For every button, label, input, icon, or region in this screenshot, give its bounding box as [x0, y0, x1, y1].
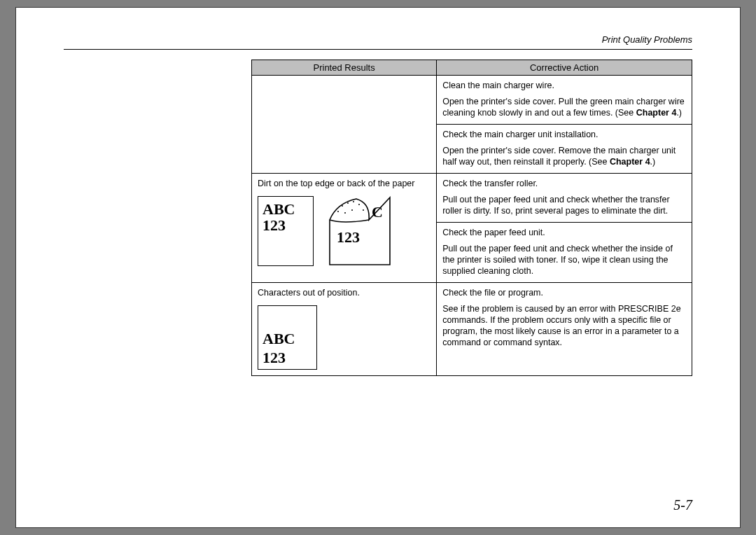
result-cell-empty: [252, 76, 437, 174]
svg-text:C: C: [372, 203, 383, 221]
action-text-tail: .): [676, 108, 682, 118]
table-row: Clean the main charger wire. Open the pr…: [252, 76, 692, 125]
svg-point-8: [344, 212, 346, 214]
action-cell: Check the paper feed unit. Pull out the …: [437, 223, 692, 283]
sheet-offset-icon: ABC 123: [258, 305, 317, 370]
svg-point-3: [342, 205, 343, 207]
action-cell: Check the main charger unit installation…: [437, 125, 692, 174]
svg-text:123: 123: [337, 228, 360, 246]
document-page: Print Quality Problems Printed Results C…: [15, 7, 741, 528]
chapter-ref: Chapter 4: [636, 108, 677, 118]
header-printed-results: Printed Results: [252, 60, 437, 76]
chapter-ref: Chapter 4: [610, 157, 650, 167]
svg-point-4: [347, 202, 349, 204]
svg-point-9: [351, 209, 353, 211]
svg-point-7: [363, 209, 364, 211]
sheet-text-123: 123: [262, 216, 286, 234]
action-cell: Clean the main charger wire. Open the pr…: [437, 76, 692, 125]
action-body: Pull out the paper feed unit and check w…: [442, 194, 686, 216]
action-body: Open the printer's side cover. Remove th…: [442, 145, 686, 167]
section-header: Print Quality Problems: [64, 34, 692, 45]
action-heading: Clean the main charger wire.: [442, 80, 686, 91]
action-heading: Check the main charger unit installation…: [442, 129, 686, 140]
result-text: Dirt on the top edge or back of the pape…: [258, 178, 430, 189]
action-heading: Check the paper feed unit.: [442, 227, 686, 238]
result-cell-chars: Characters out of position. ABC 123: [252, 283, 437, 376]
viewer-background: Print Quality Problems Printed Results C…: [0, 0, 756, 535]
sheet-front-icon: ABC 123: [258, 196, 314, 266]
folded-page-svg: C 123: [328, 196, 391, 266]
sheet-text-abc: ABC: [262, 200, 295, 218]
troubleshooting-table: Printed Results Corrective Action Clean …: [251, 60, 692, 376]
header-rule: [64, 49, 692, 50]
action-heading: Check the transfer roller.: [442, 178, 686, 189]
header-corrective-action: Corrective Action: [437, 60, 692, 76]
sheet-text-abc: ABC: [262, 330, 295, 347]
action-heading: Check the file or program.: [442, 287, 686, 298]
action-body: See if the problem is caused by an error…: [442, 303, 686, 348]
action-cell: Check the file or program. See if the pr…: [437, 283, 692, 376]
sheet-back-icon: C 123: [328, 196, 391, 266]
table-row: Dirt on the top edge or back of the pape…: [252, 174, 692, 223]
action-body: Pull out the paper feed unit and check w…: [442, 243, 686, 277]
table-row: Characters out of position. ABC 123 Chec…: [252, 283, 692, 376]
page-number: 5-7: [673, 497, 692, 513]
action-body: Open the printer's side cover. Pull the …: [442, 96, 686, 118]
svg-point-5: [353, 201, 354, 202]
illustration-dirt: ABC 123 C 123: [258, 196, 430, 266]
svg-point-6: [358, 204, 360, 205]
svg-point-2: [337, 211, 339, 212]
result-text: Characters out of position.: [258, 287, 430, 298]
action-text-tail: .): [650, 157, 656, 167]
action-cell: Check the transfer roller. Pull out the …: [437, 174, 692, 223]
result-cell-dirt: Dirt on the top edge or back of the pape…: [252, 174, 437, 283]
illustration-offset: ABC 123: [258, 305, 430, 370]
sheet-text-123: 123: [262, 349, 286, 366]
